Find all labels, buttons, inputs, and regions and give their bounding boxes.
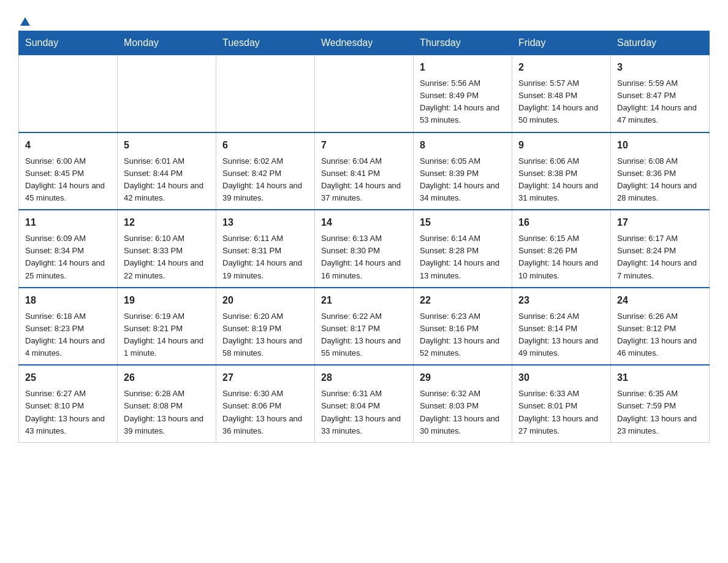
day-number: 20	[222, 293, 308, 308]
calendar-cell: 24Sunrise: 6:26 AM Sunset: 8:12 PM Dayli…	[611, 288, 710, 366]
day-info: Sunrise: 6:24 AM Sunset: 8:14 PM Dayligh…	[518, 310, 604, 360]
calendar-cell: 27Sunrise: 6:30 AM Sunset: 8:06 PM Dayli…	[216, 365, 315, 442]
day-info: Sunrise: 6:11 AM Sunset: 8:31 PM Dayligh…	[222, 232, 308, 282]
day-info: Sunrise: 6:35 AM Sunset: 7:59 PM Dayligh…	[617, 388, 703, 437]
calendar-cell: 4Sunrise: 6:00 AM Sunset: 8:45 PM Daylig…	[19, 132, 118, 210]
day-info: Sunrise: 6:06 AM Sunset: 8:38 PM Dayligh…	[518, 155, 604, 205]
day-number: 15	[420, 215, 506, 230]
day-number: 28	[321, 370, 407, 385]
day-number: 14	[321, 215, 407, 230]
day-info: Sunrise: 6:27 AM Sunset: 8:10 PM Dayligh…	[25, 388, 111, 437]
day-info: Sunrise: 6:10 AM Sunset: 8:33 PM Dayligh…	[124, 232, 210, 282]
calendar-cell: 22Sunrise: 6:23 AM Sunset: 8:16 PM Dayli…	[414, 288, 512, 366]
calendar-week-row: 4Sunrise: 6:00 AM Sunset: 8:45 PM Daylig…	[19, 132, 710, 210]
calendar-cell: 17Sunrise: 6:17 AM Sunset: 8:24 PM Dayli…	[611, 210, 710, 288]
day-number: 17	[617, 215, 703, 230]
day-number: 22	[420, 293, 506, 308]
day-info: Sunrise: 6:17 AM Sunset: 8:24 PM Dayligh…	[617, 232, 703, 282]
calendar-cell: 5Sunrise: 6:01 AM Sunset: 8:44 PM Daylig…	[118, 132, 216, 210]
column-header-wednesday: Wednesday	[315, 31, 414, 55]
calendar-cell	[216, 55, 315, 132]
calendar-cell: 12Sunrise: 6:10 AM Sunset: 8:33 PM Dayli…	[118, 210, 216, 288]
day-number: 29	[420, 370, 506, 385]
day-info: Sunrise: 6:28 AM Sunset: 8:08 PM Dayligh…	[124, 388, 210, 437]
day-number: 18	[25, 293, 111, 308]
day-number: 3	[617, 60, 703, 75]
day-number: 16	[518, 215, 604, 230]
day-number: 19	[124, 293, 210, 308]
day-number: 4	[25, 138, 111, 153]
day-info: Sunrise: 6:22 AM Sunset: 8:17 PM Dayligh…	[321, 310, 407, 360]
day-info: Sunrise: 5:57 AM Sunset: 8:48 PM Dayligh…	[518, 77, 604, 127]
page-header	[18, 12, 710, 25]
day-info: Sunrise: 6:05 AM Sunset: 8:39 PM Dayligh…	[420, 155, 506, 205]
day-info: Sunrise: 6:14 AM Sunset: 8:28 PM Dayligh…	[420, 232, 506, 282]
day-number: 23	[518, 293, 604, 308]
calendar-cell: 19Sunrise: 6:19 AM Sunset: 8:21 PM Dayli…	[118, 288, 216, 366]
day-number: 13	[222, 215, 308, 230]
calendar-week-row: 18Sunrise: 6:18 AM Sunset: 8:23 PM Dayli…	[19, 288, 710, 366]
day-info: Sunrise: 6:23 AM Sunset: 8:16 PM Dayligh…	[420, 310, 506, 360]
day-number: 11	[25, 215, 111, 230]
svg-marker-0	[20, 17, 30, 26]
day-info: Sunrise: 6:30 AM Sunset: 8:06 PM Dayligh…	[222, 388, 308, 437]
calendar-cell: 15Sunrise: 6:14 AM Sunset: 8:28 PM Dayli…	[414, 210, 512, 288]
day-info: Sunrise: 6:13 AM Sunset: 8:30 PM Dayligh…	[321, 232, 407, 282]
calendar-cell: 18Sunrise: 6:18 AM Sunset: 8:23 PM Dayli…	[19, 288, 118, 366]
day-info: Sunrise: 6:00 AM Sunset: 8:45 PM Dayligh…	[25, 155, 111, 205]
calendar-cell: 20Sunrise: 6:20 AM Sunset: 8:19 PM Dayli…	[216, 288, 315, 366]
column-header-friday: Friday	[512, 31, 611, 55]
day-info: Sunrise: 6:02 AM Sunset: 8:42 PM Dayligh…	[222, 155, 308, 205]
day-number: 2	[518, 60, 604, 75]
day-number: 31	[617, 370, 703, 385]
calendar-cell: 11Sunrise: 6:09 AM Sunset: 8:34 PM Dayli…	[19, 210, 118, 288]
calendar-cell: 29Sunrise: 6:32 AM Sunset: 8:03 PM Dayli…	[414, 365, 512, 442]
day-number: 5	[124, 138, 210, 153]
day-info: Sunrise: 6:18 AM Sunset: 8:23 PM Dayligh…	[25, 310, 111, 360]
day-info: Sunrise: 6:33 AM Sunset: 8:01 PM Dayligh…	[518, 388, 604, 437]
day-info: Sunrise: 6:01 AM Sunset: 8:44 PM Dayligh…	[124, 155, 210, 205]
day-info: Sunrise: 6:08 AM Sunset: 8:36 PM Dayligh…	[617, 155, 703, 205]
calendar-cell: 28Sunrise: 6:31 AM Sunset: 8:04 PM Dayli…	[315, 365, 414, 442]
day-info: Sunrise: 6:19 AM Sunset: 8:21 PM Dayligh…	[124, 310, 210, 360]
calendar-cell: 7Sunrise: 6:04 AM Sunset: 8:41 PM Daylig…	[315, 132, 414, 210]
day-number: 9	[518, 138, 604, 153]
calendar-cell: 14Sunrise: 6:13 AM Sunset: 8:30 PM Dayli…	[315, 210, 414, 288]
day-number: 8	[420, 138, 506, 153]
calendar-cell: 21Sunrise: 6:22 AM Sunset: 8:17 PM Dayli…	[315, 288, 414, 366]
day-number: 1	[420, 60, 506, 75]
calendar-cell: 31Sunrise: 6:35 AM Sunset: 7:59 PM Dayli…	[611, 365, 710, 442]
calendar-cell: 13Sunrise: 6:11 AM Sunset: 8:31 PM Dayli…	[216, 210, 315, 288]
column-header-thursday: Thursday	[414, 31, 512, 55]
day-info: Sunrise: 6:32 AM Sunset: 8:03 PM Dayligh…	[420, 388, 506, 437]
calendar-cell: 26Sunrise: 6:28 AM Sunset: 8:08 PM Dayli…	[118, 365, 216, 442]
calendar-cell: 3Sunrise: 5:59 AM Sunset: 8:47 PM Daylig…	[611, 55, 710, 132]
calendar-cell: 1Sunrise: 5:56 AM Sunset: 8:49 PM Daylig…	[414, 55, 512, 132]
day-number: 27	[222, 370, 308, 385]
day-info: Sunrise: 6:09 AM Sunset: 8:34 PM Dayligh…	[25, 232, 111, 282]
calendar-cell: 6Sunrise: 6:02 AM Sunset: 8:42 PM Daylig…	[216, 132, 315, 210]
day-number: 26	[124, 370, 210, 385]
day-number: 7	[321, 138, 407, 153]
calendar-week-row: 11Sunrise: 6:09 AM Sunset: 8:34 PM Dayli…	[19, 210, 710, 288]
calendar-cell: 9Sunrise: 6:06 AM Sunset: 8:38 PM Daylig…	[512, 132, 611, 210]
calendar-cell	[118, 55, 216, 132]
calendar-table: SundayMondayTuesdayWednesdayThursdayFrid…	[18, 31, 710, 443]
day-info: Sunrise: 6:20 AM Sunset: 8:19 PM Dayligh…	[222, 310, 308, 360]
day-info: Sunrise: 6:26 AM Sunset: 8:12 PM Dayligh…	[617, 310, 703, 360]
calendar-cell: 30Sunrise: 6:33 AM Sunset: 8:01 PM Dayli…	[512, 365, 611, 442]
day-info: Sunrise: 6:15 AM Sunset: 8:26 PM Dayligh…	[518, 232, 604, 282]
day-info: Sunrise: 5:59 AM Sunset: 8:47 PM Dayligh…	[617, 77, 703, 127]
calendar-cell: 10Sunrise: 6:08 AM Sunset: 8:36 PM Dayli…	[611, 132, 710, 210]
column-header-sunday: Sunday	[19, 31, 118, 55]
day-info: Sunrise: 6:04 AM Sunset: 8:41 PM Dayligh…	[321, 155, 407, 205]
day-number: 24	[617, 293, 703, 308]
calendar-cell: 8Sunrise: 6:05 AM Sunset: 8:39 PM Daylig…	[414, 132, 512, 210]
calendar-week-row: 1Sunrise: 5:56 AM Sunset: 8:49 PM Daylig…	[19, 55, 710, 132]
calendar-week-row: 25Sunrise: 6:27 AM Sunset: 8:10 PM Dayli…	[19, 365, 710, 442]
day-number: 30	[518, 370, 604, 385]
logo-triangle-icon	[20, 16, 31, 27]
calendar-cell: 16Sunrise: 6:15 AM Sunset: 8:26 PM Dayli…	[512, 210, 611, 288]
column-header-monday: Monday	[118, 31, 216, 55]
calendar-cell	[19, 55, 118, 132]
